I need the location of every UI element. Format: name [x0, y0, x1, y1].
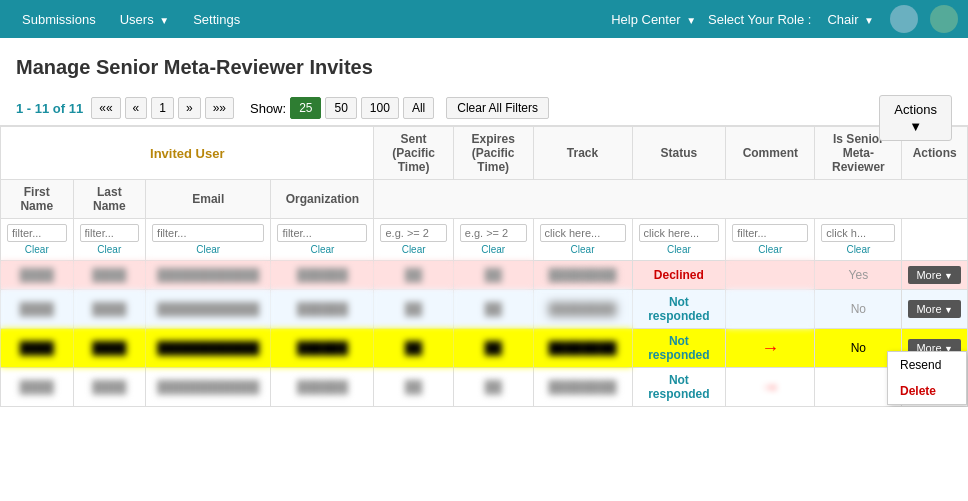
cell-last-name: ████ [73, 261, 146, 290]
current-page-button[interactable]: 1 [151, 97, 174, 119]
user-avatar-1 [890, 5, 918, 33]
cell-email: ████████████ [146, 290, 271, 329]
clear-organization[interactable]: Clear [277, 244, 367, 255]
cell-track: ████████ [533, 368, 632, 407]
cell-is-senior: No [815, 290, 902, 329]
top-navigation: Submissions Users ▼ Settings Help Center… [0, 0, 968, 38]
clear-track[interactable]: Clear [540, 244, 626, 255]
help-dropdown-arrow: ▼ [686, 15, 696, 26]
next-page-button[interactable]: » [178, 97, 201, 119]
show-100-button[interactable]: 100 [361, 97, 399, 119]
dropdown-delete[interactable]: Delete [888, 378, 966, 404]
filter-track[interactable] [540, 224, 626, 242]
filter-is-senior[interactable] [821, 224, 895, 242]
filter-row: Clear Clear Clear Clear Clear [1, 219, 968, 261]
cell-comment [726, 290, 815, 329]
cell-last-name: ████ [73, 329, 146, 368]
cell-first-name: ████ [1, 368, 74, 407]
arrow-icon-delete: → [761, 377, 779, 397]
page-info: 1 - 11 of 11 [16, 101, 83, 116]
actions-label: Actions [894, 102, 937, 117]
col-email: Email [146, 180, 271, 219]
filter-organization[interactable] [277, 224, 367, 242]
cell-email: ████████████ [146, 368, 271, 407]
actions-button[interactable]: Actions ▼ [879, 95, 952, 141]
cell-last-name: ████ [73, 368, 146, 407]
more-button-row1[interactable]: More [908, 266, 960, 284]
filter-status[interactable] [639, 224, 720, 242]
filter-comment[interactable] [732, 224, 808, 242]
actions-dropdown: Resend Delete [887, 351, 967, 405]
cell-comment [726, 261, 815, 290]
clear-first-name[interactable]: Clear [7, 244, 67, 255]
cell-first-name: ████ [1, 290, 74, 329]
cell-actions: More [902, 290, 968, 329]
cell-first-name: ████ [1, 329, 74, 368]
filter-email[interactable] [152, 224, 264, 242]
nav-role-selector[interactable]: Chair ▼ [815, 4, 886, 35]
nav-help-center[interactable]: Help Center ▼ [599, 4, 708, 35]
show-50-button[interactable]: 50 [325, 97, 356, 119]
table-row: ████ ████ ████████████ ██████ ██ ██ ████… [1, 261, 968, 290]
cell-status: Notresponded [632, 329, 726, 368]
filter-last-name[interactable] [80, 224, 140, 242]
cell-sent: ██ [374, 290, 453, 329]
actions-dropdown-arrow: ▼ [909, 119, 922, 134]
cell-comment: → [726, 329, 815, 368]
dropdown-resend[interactable]: Resend [888, 352, 966, 378]
nav-users[interactable]: Users ▼ [108, 4, 181, 35]
role-label: Select Your Role : [708, 12, 811, 27]
table-container: Invited User Sent (Pacific Time) Expires… [0, 126, 968, 407]
clear-is-senior[interactable]: Clear [821, 244, 895, 255]
cell-organization: ██████ [271, 261, 374, 290]
table-row: ████ ████ ████████████ ██████ ██ ██ ████… [1, 290, 968, 329]
cell-track: ████████ [533, 290, 632, 329]
cell-is-senior: Yes [815, 261, 902, 290]
more-button-row2[interactable]: More [908, 300, 960, 318]
cell-status: Notresponded [632, 368, 726, 407]
page-title: Manage Senior Meta-Reviewer Invites [0, 38, 968, 91]
clear-filters-button[interactable]: Clear All Filters [446, 97, 549, 119]
clear-sent[interactable]: Clear [380, 244, 446, 255]
clear-comment[interactable]: Clear [732, 244, 808, 255]
show-25-button[interactable]: 25 [290, 97, 321, 119]
status-declined: Declined [654, 268, 704, 282]
cell-organization: ██████ [271, 290, 374, 329]
cell-email: ████████████ [146, 261, 271, 290]
cell-track: ████████ [533, 329, 632, 368]
cell-status: Declined [632, 261, 726, 290]
cell-last-name: ████ [73, 290, 146, 329]
filter-expires[interactable] [460, 224, 527, 242]
invites-table: Invited User Sent (Pacific Time) Expires… [0, 126, 968, 407]
show-all-button[interactable]: All [403, 97, 434, 119]
table-row: ████ ████ ████████████ ██████ ██ ██ ████… [1, 368, 968, 407]
filter-sent[interactable] [380, 224, 446, 242]
last-page-button[interactable]: »» [205, 97, 234, 119]
nav-submissions[interactable]: Submissions [10, 4, 108, 35]
cell-sent: ██ [374, 261, 453, 290]
nav-settings[interactable]: Settings [181, 4, 252, 35]
cell-organization: ██████ [271, 329, 374, 368]
first-page-button[interactable]: «« [91, 97, 120, 119]
clear-last-name[interactable]: Clear [80, 244, 140, 255]
clear-expires[interactable]: Clear [460, 244, 527, 255]
actions-btn-container: Actions ▼ [879, 95, 952, 141]
col-first-name: First Name [1, 180, 74, 219]
cell-sent: ██ [374, 329, 453, 368]
col-comment: Comment [726, 127, 815, 180]
col-sent: Sent (Pacific Time) [374, 127, 453, 180]
cell-track: ████████ [533, 261, 632, 290]
cell-organization: ██████ [271, 368, 374, 407]
filter-first-name[interactable] [7, 224, 67, 242]
cell-expires: ██ [453, 329, 533, 368]
cell-actions-row3: More Resend Delete [902, 329, 968, 368]
prev-page-button[interactable]: « [125, 97, 148, 119]
clear-email[interactable]: Clear [152, 244, 264, 255]
clear-status[interactable]: Clear [639, 244, 720, 255]
users-dropdown-arrow: ▼ [159, 15, 169, 26]
col-expires: Expires (Pacific Time) [453, 127, 533, 180]
show-label: Show: [250, 101, 286, 116]
pagination-bar: 1 - 11 of 11 «« « 1 » »» Show: 25 50 100… [0, 91, 968, 126]
cell-comment: → [726, 368, 815, 407]
cell-expires: ██ [453, 261, 533, 290]
